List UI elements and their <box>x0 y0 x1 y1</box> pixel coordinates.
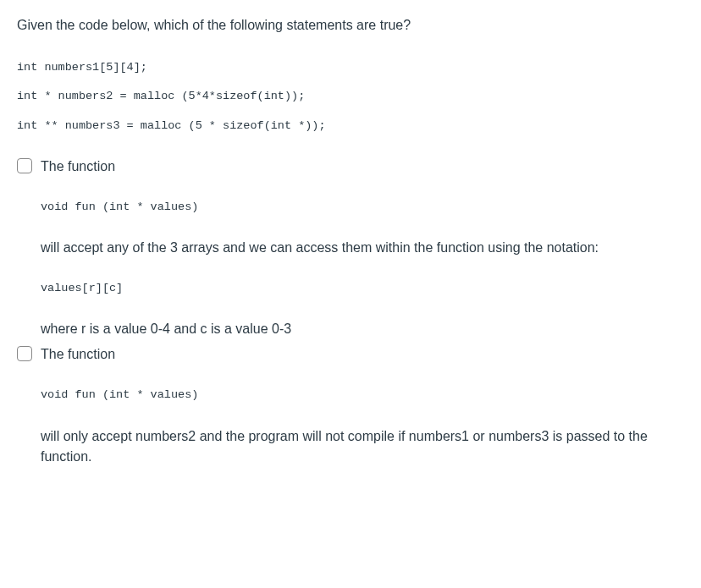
code-line-1: int numbers1[5][4]; <box>17 59 684 76</box>
option-1: The function void fun (int * values) wil… <box>17 157 684 345</box>
option-1-body-1: will accept any of the 3 arrays and we c… <box>41 238 684 258</box>
option-1-intro: The function <box>41 157 684 177</box>
option-2-code-1: void fun (int * values) <box>41 387 684 404</box>
code-line-2: int * numbers2 = malloc (5*4*sizeof(int)… <box>17 88 684 105</box>
option-2-body-1: will only accept numbers2 and the progra… <box>41 426 684 467</box>
option-1-code-1: void fun (int * values) <box>41 199 684 216</box>
options-list: The function void fun (int * values) wil… <box>17 157 684 472</box>
option-2: The function void fun (int * values) wil… <box>17 344 684 471</box>
option-1-code-2: values[r][c] <box>41 280 684 297</box>
option-2-checkbox-wrap <box>17 344 32 367</box>
option-2-intro: The function <box>41 344 684 365</box>
option-2-checkbox[interactable] <box>17 346 32 361</box>
option-1-checkbox[interactable] <box>17 158 32 173</box>
option-2-content: The function void fun (int * values) wil… <box>41 344 684 471</box>
option-1-body-2: where r is a value 0-4 and c is a value … <box>41 319 684 339</box>
option-1-checkbox-wrap <box>17 157 32 179</box>
option-1-content: The function void fun (int * values) wil… <box>41 157 684 345</box>
code-line-3: int ** numbers3 = malloc (5 * sizeof(int… <box>17 118 684 135</box>
question-prompt: Given the code below, which of the follo… <box>17 15 684 36</box>
